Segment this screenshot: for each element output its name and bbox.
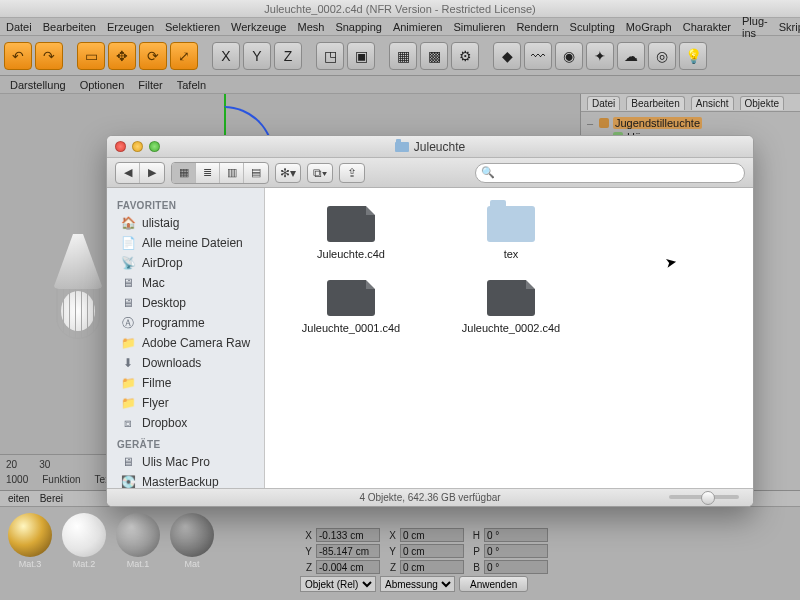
axis-z-icon[interactable]: Z — [274, 42, 302, 70]
panel-tab[interactable]: Ansicht — [691, 96, 734, 110]
tree-row[interactable]: –Jugendstilleuchte — [585, 116, 796, 130]
file-item[interactable]: Juleuchte.c4d — [291, 206, 411, 260]
view-switcher: ▦ ≣ ▥ ▤ — [171, 162, 269, 184]
view-tab[interactable]: Filter — [138, 79, 162, 91]
icon-size-slider[interactable] — [669, 495, 739, 499]
sidebar-item[interactable]: 🖥Mac — [107, 273, 264, 293]
material-swatch[interactable]: Mat.2 — [60, 513, 108, 569]
menu-item[interactable]: Skript — [779, 21, 800, 33]
rot-b[interactable] — [484, 560, 548, 574]
menu-item[interactable]: Selektieren — [165, 21, 220, 33]
sidebar-item[interactable]: ⧈Dropbox — [107, 413, 264, 433]
dropbox-menu-icon[interactable]: ⧉▾ — [307, 163, 333, 183]
menu-item[interactable]: Charakter — [683, 21, 731, 33]
share-menu-icon[interactable]: ⇪ — [339, 163, 365, 183]
size-y[interactable] — [400, 544, 464, 558]
rotate-tool-icon[interactable]: ⟳ — [139, 42, 167, 70]
menu-item[interactable]: Bearbeiten — [43, 21, 96, 33]
forward-button[interactable]: ▶ — [140, 163, 164, 183]
light-icon[interactable]: 💡 — [679, 42, 707, 70]
coord-z[interactable] — [316, 560, 380, 574]
menu-item[interactable]: Datei — [6, 21, 32, 33]
render-settings-icon[interactable]: ⚙ — [451, 42, 479, 70]
search-input[interactable] — [475, 163, 745, 183]
sidebar-item[interactable]: 📁Filme — [107, 373, 264, 393]
panel-tab[interactable]: Objekte — [740, 96, 784, 110]
view-tab[interactable]: Optionen — [80, 79, 125, 91]
select-tool-icon[interactable]: ▭ — [77, 42, 105, 70]
sidebar-item-label: Flyer — [142, 396, 169, 410]
finder-titlebar[interactable]: Juleuchte — [107, 136, 753, 158]
sidebar-item[interactable]: 📁Adobe Camera Raw — [107, 333, 264, 353]
size-x[interactable] — [400, 528, 464, 542]
coverflow-view-button[interactable]: ▤ — [244, 163, 268, 183]
view-tab[interactable]: Tafeln — [177, 79, 206, 91]
sidebar-item[interactable]: 📁Flyer — [107, 393, 264, 413]
scale-tool-icon[interactable]: ⤢ — [170, 42, 198, 70]
environment-icon[interactable]: ☁ — [617, 42, 645, 70]
render-pv-icon[interactable]: ▩ — [420, 42, 448, 70]
deformer-icon[interactable]: ✦ — [586, 42, 614, 70]
menu-item[interactable]: Plug-ins — [742, 15, 768, 39]
menu-item[interactable]: Animieren — [393, 21, 443, 33]
coord-mode-select[interactable]: Objekt (Rel) — [300, 576, 376, 592]
tab-label[interactable]: Berei — [40, 493, 63, 504]
size-mode-select[interactable]: Abmessung — [380, 576, 455, 592]
coord-sys-icon[interactable]: ◳ — [316, 42, 344, 70]
timeline-mode[interactable]: Funktion — [42, 474, 80, 485]
sidebar-item[interactable]: 🏠ulistaig — [107, 213, 264, 233]
menu-item[interactable]: Mesh — [297, 21, 324, 33]
cube-icon[interactable]: ▣ — [347, 42, 375, 70]
undo-icon[interactable]: ↶ — [4, 42, 32, 70]
material-swatch[interactable]: Mat.1 — [114, 513, 162, 569]
sidebar-item[interactable]: 📄Alle meine Dateien — [107, 233, 264, 253]
move-tool-icon[interactable]: ✥ — [108, 42, 136, 70]
apply-button[interactable]: Anwenden — [459, 576, 528, 592]
menu-item[interactable]: Snapping — [335, 21, 382, 33]
sidebar-item-label: Alle meine Dateien — [142, 236, 243, 250]
menu-item[interactable]: Rendern — [516, 21, 558, 33]
render-view-icon[interactable]: ▦ — [389, 42, 417, 70]
axis-y-icon[interactable]: Y — [243, 42, 271, 70]
menu-item[interactable]: Werkzeuge — [231, 21, 286, 33]
file-item[interactable]: Juleuchte_0002.c4d — [451, 280, 571, 334]
back-button[interactable]: ◀ — [116, 163, 140, 183]
action-menu-icon[interactable]: ✻▾ — [275, 163, 301, 183]
menu-item[interactable]: Simulieren — [453, 21, 505, 33]
rot-h[interactable] — [484, 528, 548, 542]
sidebar-item[interactable]: ⒶProgramme — [107, 313, 264, 333]
column-view-button[interactable]: ▥ — [220, 163, 244, 183]
camera-icon[interactable]: ◎ — [648, 42, 676, 70]
coord-x[interactable] — [316, 528, 380, 542]
sidebar-item[interactable]: 📡AirDrop — [107, 253, 264, 273]
axis-x-icon[interactable]: X — [212, 42, 240, 70]
list-view-button[interactable]: ≣ — [196, 163, 220, 183]
size-z[interactable] — [400, 560, 464, 574]
sidebar-item[interactable]: 💽MasterBackup — [107, 472, 264, 488]
sidebar-item[interactable]: 🖥Ulis Mac Pro — [107, 452, 264, 472]
primitive-cube-icon[interactable]: ◆ — [493, 42, 521, 70]
icon-view-button[interactable]: ▦ — [172, 163, 196, 183]
panel-tab[interactable]: Datei — [587, 96, 620, 110]
disclosure-icon[interactable]: – — [585, 117, 595, 129]
menu-item[interactable]: Sculpting — [570, 21, 615, 33]
file-item[interactable]: tex — [451, 206, 571, 260]
sidebar-item[interactable]: 🖥Desktop — [107, 293, 264, 313]
finder-content[interactable]: Juleuchte.c4dtexJuleuchte_0001.c4dJuleuc… — [265, 188, 753, 488]
file-item[interactable]: Juleuchte_0001.c4d — [291, 280, 411, 334]
tab-label[interactable]: eiten — [8, 493, 30, 504]
file-name: Juleuchte_0001.c4d — [291, 322, 411, 334]
tree-label: Jugendstilleuchte — [613, 117, 702, 129]
material-swatch[interactable]: Mat.3 — [6, 513, 54, 569]
menu-item[interactable]: Erzeugen — [107, 21, 154, 33]
rot-p[interactable] — [484, 544, 548, 558]
menu-item[interactable]: MoGraph — [626, 21, 672, 33]
panel-tab[interactable]: Bearbeiten — [626, 96, 684, 110]
spline-icon[interactable]: 〰 — [524, 42, 552, 70]
sidebar-item[interactable]: ⬇Downloads — [107, 353, 264, 373]
material-swatch[interactable]: Mat — [168, 513, 216, 569]
generator-icon[interactable]: ◉ — [555, 42, 583, 70]
coord-y[interactable] — [316, 544, 380, 558]
view-tab[interactable]: Darstellung — [10, 79, 66, 91]
redo-icon[interactable]: ↷ — [35, 42, 63, 70]
